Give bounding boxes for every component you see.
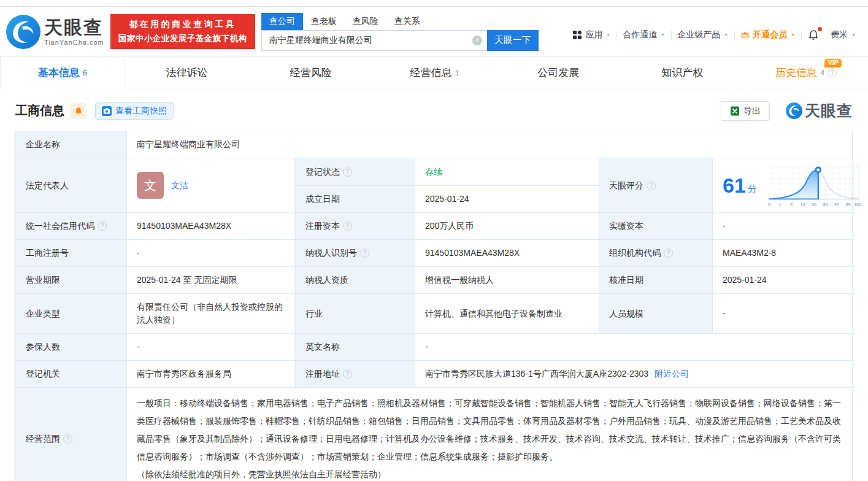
search-area: 查公司 查老板 查风险 查关系 天眼一下 <box>261 13 539 51</box>
tab-basic-info[interactable]: 基本信息6 <box>0 57 125 88</box>
field-label: 纳税人资质 <box>295 267 415 293</box>
company-name-value: 南宁星耀终端商业有限公司 <box>126 131 852 158</box>
bell-icon <box>74 107 83 115</box>
table-row: 法定代表人 文 文洁 登记状态 存续 天眼评分 61 分 <box>16 158 852 212</box>
establish-date-value: 2025-01-24 <box>415 185 599 212</box>
tab-intellectual-property[interactable]: 知识产权 <box>620 57 744 88</box>
help-icon[interactable] <box>360 248 369 258</box>
nav-enterprise-products[interactable]: 企业级产品 <box>672 29 734 40</box>
nav-apps[interactable]: 应用 <box>567 29 616 40</box>
table-row: 营业期限 2025-01-24 至 无固定期限 纳税人资质 增值税一般纳税人 核… <box>16 266 852 293</box>
search-tab-relation[interactable]: 查关系 <box>386 13 428 30</box>
svg-text:99: 99 <box>845 202 850 207</box>
nav-open-vip[interactable]: 开通会员 <box>735 29 801 40</box>
legal-rep-cell: 文 文洁 <box>126 158 295 212</box>
section-title: 工商信息 <box>15 102 64 119</box>
svg-text:50: 50 <box>812 202 816 207</box>
help-icon[interactable] <box>343 221 352 231</box>
field-label: 行业 <box>295 294 415 333</box>
export-button[interactable]: 导出 <box>721 101 770 121</box>
tab-operating-risk[interactable]: 经营风险 <box>249 57 373 88</box>
tab-legal-proceedings[interactable]: 法律诉讼 <box>125 57 249 88</box>
view-snapshot-button[interactable]: 查看工商快照 <box>95 102 174 120</box>
score-value: 61 <box>723 174 746 196</box>
field-value: 2025-01-24 <box>712 267 852 293</box>
watermark-text: 天眼查 <box>805 101 853 121</box>
camera-icon <box>102 106 112 116</box>
crown-icon <box>740 30 750 39</box>
help-icon[interactable] <box>343 369 352 379</box>
help-icon[interactable] <box>343 167 352 177</box>
field-label: 人员规模 <box>599 294 712 333</box>
tab-history-info[interactable]: 历史信息4 VIP <box>744 57 868 88</box>
search-input[interactable] <box>261 30 487 51</box>
field-label: 注册资本 <box>295 213 415 239</box>
field-label: 工商注册号 <box>16 240 126 266</box>
business-info-header: 工商信息 查看工商快照 导出 天眼查 <box>15 88 853 121</box>
search-button[interactable]: 天眼一下 <box>487 30 539 51</box>
table-row: 经营范围 一般项目：移动终端设备销售；家用电器销售；电子产品销售；照相机及器材销… <box>16 387 852 481</box>
address-value: 南宁市青秀区民族大道136-1号广西华润大厦A座2302-2303 <box>425 367 648 380</box>
nav-enterprise-label: 企业级产品 <box>677 29 720 40</box>
field-label: 纳税人识别号 <box>295 240 415 266</box>
help-icon[interactable] <box>828 68 837 77</box>
score-distribution-chart: 0 1 3 15 50 85 97 99 100 <box>766 162 862 209</box>
table-row: 企业类型 有限责任公司（非自然人投资或控股的法人独资） 行业 计算机、通信和其他… <box>16 293 852 333</box>
help-icon[interactable] <box>98 221 107 231</box>
logo-title: 天眼查 <box>44 18 104 37</box>
table-row: 工商注册号 - 纳税人识别号 91450103MAEA43M28X 组织机构代码… <box>16 239 852 266</box>
field-value: - <box>712 294 852 333</box>
score-marker <box>816 167 821 172</box>
slogan-line-2: 国家中小企业发展子基金旗下机构 <box>117 33 249 44</box>
tab-label: 知识产权 <box>661 66 703 80</box>
nav-partner-channel[interactable]: 合作通道 <box>617 29 671 40</box>
help-icon[interactable] <box>664 248 673 258</box>
bell-icon <box>808 29 819 40</box>
field-label: 营业期限 <box>16 267 126 293</box>
table-row: 参保人数 - 英文名称 - <box>16 333 852 360</box>
search-tab-company[interactable]: 查公司 <box>261 13 303 30</box>
search-tab-boss[interactable]: 查老板 <box>303 13 345 30</box>
avatar[interactable]: 文 <box>137 172 164 199</box>
nav-user-menu[interactable]: 费米 <box>825 29 862 40</box>
business-info-table: 企业名称 南宁星耀终端商业有限公司 法定代表人 文 文洁 登记状态 存续 天眼评… <box>15 131 853 481</box>
svg-text:100: 100 <box>854 202 861 207</box>
notifications-bell[interactable] <box>802 29 825 40</box>
tab-label: 历史信息 <box>775 66 817 80</box>
tab-operating-info[interactable]: 经营信息1 <box>373 57 497 88</box>
nav-apps-label: 应用 <box>585 29 602 40</box>
search-type-tabs: 查公司 查老板 查风险 查关系 <box>261 13 539 30</box>
nearby-companies-link[interactable]: 附近公司 <box>655 367 689 380</box>
tab-count: 1 <box>455 68 459 77</box>
field-value: - <box>126 240 295 266</box>
table-row: 企业名称 南宁星耀终端商业有限公司 <box>16 131 852 158</box>
search-tab-risk[interactable]: 查风险 <box>345 13 386 30</box>
table-row: 登记机关 南宁市青秀区政务服务局 注册地址 南宁市青秀区民族大道136-1号广西… <box>16 360 852 387</box>
svg-text:85: 85 <box>823 202 828 207</box>
field-value: 计算机、通信和其他电子设备制造业 <box>415 294 599 333</box>
monitor-bell-button[interactable] <box>71 103 86 119</box>
chart-axis-labels: 0 1 3 15 50 85 97 99 100 <box>768 202 861 207</box>
field-label: 核准日期 <box>599 267 712 293</box>
tianyancha-logo-icon <box>6 15 40 49</box>
scope-note: （除依法须经批准的项目外，凭营业执照依法自主开展经营活动） <box>137 466 841 481</box>
top-nav: 应用 合作通道 企业级产品 开通会员 费米 <box>567 29 862 40</box>
field-value: 增值税一般纳税人 <box>415 267 599 293</box>
export-button-label: 导出 <box>743 106 761 117</box>
help-icon[interactable] <box>63 434 72 444</box>
legal-rep-link[interactable]: 文洁 <box>171 179 188 192</box>
business-scope-cell: 一般项目：移动终端设备销售；家用电器销售；电子产品销售；照相机及器材销售；可穿戴… <box>126 388 852 481</box>
clear-search-icon[interactable] <box>472 36 482 45</box>
slogan-line-1: 都在用的商业查询工具 <box>117 19 249 30</box>
tianyancha-logo[interactable]: 天眼查 TianYanCha.com <box>6 15 104 49</box>
chevron-down-icon <box>790 32 796 38</box>
username: 费米 <box>831 29 848 40</box>
help-icon[interactable] <box>647 181 656 190</box>
registration-status-value: 存续 <box>415 158 599 185</box>
tab-company-development[interactable]: 公司发展 <box>496 57 620 88</box>
registered-address-cell: 南宁市青秀区民族大道136-1号广西华润大厦A座2302-2303 附近公司 <box>415 361 852 387</box>
nav-vip-label: 开通会员 <box>753 29 787 40</box>
field-label: 参保人数 <box>16 334 126 360</box>
field-label: 英文名称 <box>295 334 415 360</box>
brand-slogan: 都在用的商业查询工具 国家中小企业发展子基金旗下机构 <box>110 14 255 49</box>
